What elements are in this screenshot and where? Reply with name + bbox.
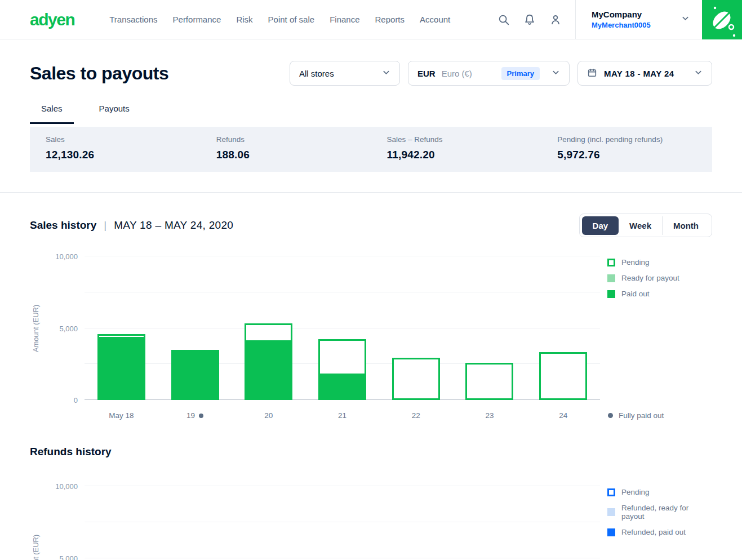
x-label-text: 21 [338,411,346,420]
legend-item-pending: Pending [607,258,712,266]
legend-swatch-icon [607,488,615,496]
x-label-24: 24 [526,411,600,420]
legend-item-refunded-ready-for-payout: Refunded, ready for payout [607,504,712,521]
x-label-21: 21 [305,411,379,420]
bar-22[interactable] [379,256,453,400]
stat-value: 5,972.76 [557,149,712,161]
sales-history-section: Sales history | MAY 18 – MAY 24, 2020 Da… [0,214,742,420]
bar-segment-pending [318,339,366,375]
refunds-legend: PendingRefunded, ready for payoutRefunde… [600,486,712,560]
sales-axis: Amount (EUR) 05,00010,000 [30,256,85,400]
bar-24[interactable] [526,256,600,400]
user-icon[interactable] [549,14,562,26]
chevron-down-icon [382,68,390,78]
legend-swatch-icon [607,259,615,266]
y-tick-label: 10,000 [55,252,78,261]
legend-swatch-icon [607,528,615,536]
x-label-text: 19 [186,411,195,420]
x-label-19: 19 [158,411,232,420]
stat-label: Sales – Refunds [387,135,542,144]
sales-plot [85,256,600,400]
search-icon[interactable] [497,14,510,26]
title-separator: | [104,219,106,232]
x-label-may-18: May 18 [85,411,158,420]
notifications-bell-icon[interactable] [523,14,536,26]
legend-label: Paid out [621,290,650,298]
stat-sales-refunds: Sales – Refunds11,942.20 [371,127,542,172]
refunds-chart: Amount (EUR) 05,00010,000 PendingRefunde… [30,486,712,560]
x-label-text: May 18 [109,411,134,420]
legend-label: Pending [621,258,650,266]
legend-label: Refunded, ready for payout [621,504,712,521]
bar-may-18[interactable] [85,256,158,400]
fully-paid-dot-icon [608,413,613,418]
store-selector-value: All stores [299,69,334,78]
nav-item-account[interactable]: Account [420,15,450,24]
tab-payouts[interactable]: Payouts [88,104,141,124]
y-tick-label: 0 [74,396,78,405]
legend-swatch-icon [607,274,615,282]
header-icons [497,14,562,26]
filters: All stores EUR Euro (€) Primary MAY 18 -… [290,61,712,86]
gridline [85,486,600,486]
legend-item-refunded-paid-out: Refunded, paid out [607,528,712,536]
store-selector[interactable]: All stores [290,61,400,86]
bar-segment-pending [465,363,513,400]
x-label-text: 24 [559,411,567,420]
nav-item-transactions[interactable]: Transactions [109,15,157,24]
primary-badge: Primary [501,67,540,80]
y-axis-label: Amount (EUR) [32,534,40,560]
bar-19[interactable] [158,256,232,400]
refunds-history-title: Refunds history [30,446,112,458]
nav-item-reports[interactable]: Reports [375,15,405,24]
toggle-day[interactable]: Day [582,216,619,235]
main-nav: TransactionsPerformanceRiskPoint of sale… [109,15,450,24]
granularity-toggle: DayWeekMonth [579,214,712,237]
bar-21[interactable] [305,256,379,400]
bar-20[interactable] [232,256,305,400]
merchant-leaf-logo [702,0,742,39]
refunds-plot [85,486,600,560]
section-divider [0,192,742,193]
tab-sales[interactable]: Sales [30,104,74,124]
nav-item-finance[interactable]: Finance [330,15,359,24]
x-label-20: 20 [232,411,305,420]
currency-code: EUR [417,69,436,78]
date-range-selector[interactable]: MAY 18 - MAY 24 [577,61,712,86]
nav-item-performance[interactable]: Performance [173,15,221,24]
toggle-week[interactable]: Week [619,216,662,235]
stat-label: Pending (incl. pending refunds) [557,135,712,144]
toggle-month[interactable]: Month [662,216,709,235]
y-tick-label: 5,000 [59,554,78,560]
stats-band: Sales12,130.26Refunds188.06Sales – Refun… [30,127,712,172]
y-axis-label: Amount (EUR) [32,304,40,352]
page-title: Sales to payouts [30,62,168,85]
y-tick-label: 10,000 [55,482,78,491]
nav-item-point-of-sale[interactable]: Point of sale [268,15,315,24]
x-axis-row: May 18192021222324 Fully paid out [30,400,712,420]
stat-sales: Sales12,130.26 [30,127,201,172]
nav-item-risk[interactable]: Risk [236,15,252,24]
adyen-logo[interactable]: adyen [30,10,74,29]
fully-paid-out-label: Fully paid out [619,411,664,420]
x-label-text: 23 [485,411,494,420]
y-tick-label: 5,000 [59,324,78,332]
bar-segment-paid [245,342,292,400]
legend-label: Pending [621,488,650,496]
legend-item-pending: Pending [607,488,712,496]
company-name: MyCompany [592,10,651,19]
fully-paid-out-legend: Fully paid out [600,400,712,420]
chevron-down-icon [681,14,690,25]
bar-23[interactable] [453,256,527,400]
refunds-axis: Amount (EUR) 05,00010,000 [30,486,85,560]
legend-item-paid-out: Paid out [607,290,712,298]
sales-chart: Amount (EUR) 05,00010,000 PendingReady f… [30,256,712,420]
x-label-text: 22 [412,411,420,420]
legend-label: Ready for payout [621,274,679,282]
calendar-icon [587,68,597,79]
currency-selector[interactable]: EUR Euro (€) Primary [408,61,570,86]
x-label-text: 20 [264,411,273,420]
account-switcher[interactable]: MyCompany MyMerchant0005 [576,10,702,29]
merchant-account: MyMerchant0005 [592,21,651,29]
x-label-22: 22 [379,411,453,420]
